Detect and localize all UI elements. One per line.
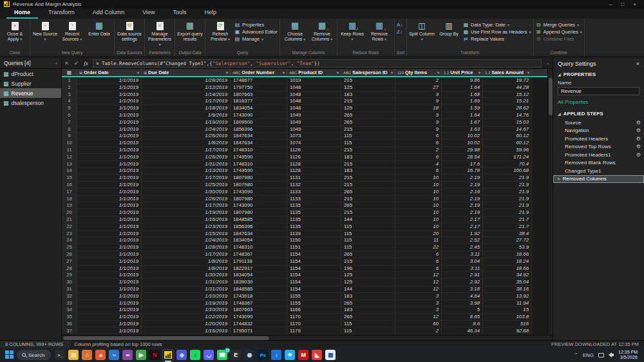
- cell[interactable]: 265: [341, 251, 395, 258]
- cell[interactable]: 1/1/2019: [77, 286, 142, 293]
- taskbar-icon-download-manager[interactable]: ↓: [271, 350, 281, 360]
- cell[interactable]: 1/1/2019: [77, 272, 142, 279]
- cell[interactable]: 1/17/2019: [142, 202, 231, 209]
- cell[interactable]: 70.4: [483, 161, 532, 168]
- cell[interactable]: 1179: [287, 328, 341, 335]
- cell[interactable]: 92.68: [483, 328, 532, 335]
- menu-tab-help[interactable]: Help: [197, 8, 225, 19]
- cell[interactable]: 1/10/2019: [142, 307, 231, 314]
- cell[interactable]: 1/1/2019: [77, 328, 142, 335]
- cell[interactable]: 265: [341, 189, 395, 196]
- cell[interactable]: 1/9/2019: [142, 112, 231, 119]
- cell[interactable]: 1847634: [231, 231, 287, 238]
- cell[interactable]: 1133: [287, 196, 341, 203]
- cell[interactable]: 1856396: [231, 224, 287, 231]
- cell[interactable]: 1748367: [231, 300, 287, 307]
- formula-cancel-button[interactable]: ×: [62, 60, 71, 66]
- cell[interactable]: 18: [395, 105, 442, 112]
- manage-button[interactable]: ▤Manage▾: [234, 36, 278, 43]
- group-by-button[interactable]: ▥Group By: [436, 20, 462, 37]
- cell[interactable]: 18.24: [483, 258, 532, 265]
- cell[interactable]: 1/19/2019: [142, 209, 231, 216]
- cell[interactable]: 1/1/2019: [77, 77, 142, 84]
- choose-columns-button[interactable]: ▦Choose Columns ▾: [282, 20, 308, 42]
- cell[interactable]: 6: [395, 133, 442, 140]
- cell[interactable]: 34.92: [483, 272, 532, 279]
- cell[interactable]: 265: [341, 119, 395, 126]
- taskbar-icon-photoshop[interactable]: Ps: [258, 350, 268, 360]
- cell[interactable]: 60.12: [483, 133, 532, 140]
- cell[interactable]: 1/1/2019: [77, 119, 142, 126]
- cell[interactable]: 1049: [287, 126, 341, 133]
- row-number[interactable]: 27: [62, 258, 77, 265]
- cell[interactable]: 100.68: [483, 167, 532, 175]
- menu-tab-view[interactable]: View: [135, 8, 162, 19]
- cell[interactable]: 2: [395, 147, 442, 154]
- filter-dropdown-icon[interactable]: ▾: [391, 70, 393, 75]
- cell[interactable]: 125: [341, 84, 395, 91]
- cell[interactable]: 1/1/2019: [77, 265, 142, 272]
- cell[interactable]: 115: [341, 224, 395, 231]
- cell[interactable]: 12: [395, 314, 442, 321]
- cell[interactable]: 59.96: [483, 147, 532, 154]
- cell[interactable]: 115: [341, 231, 395, 238]
- cell[interactable]: 215: [341, 175, 395, 182]
- cell[interactable]: 1170: [287, 314, 341, 321]
- cell[interactable]: 1/1/2019: [77, 231, 142, 238]
- cell[interactable]: 3.11: [442, 251, 483, 258]
- cell[interactable]: 183: [341, 307, 395, 314]
- use-first-row-as-headers-button[interactable]: ▦Use First Row as Headers▾: [463, 29, 531, 35]
- cell[interactable]: 21.9: [483, 209, 532, 216]
- cell[interactable]: 9.86: [442, 77, 483, 84]
- cell[interactable]: 21.7: [483, 224, 532, 231]
- cell[interactable]: 1797750: [231, 84, 287, 91]
- applied-step-promoted-headers[interactable]: Promoted Headers⚙: [553, 135, 644, 143]
- row-number[interactable]: 10: [62, 140, 77, 147]
- cell[interactable]: 4.64: [442, 293, 483, 300]
- split-column-button[interactable]: ◫Split Column ▾: [409, 20, 435, 42]
- column-header-order-date[interactable]: ⊞Order Date▾: [77, 69, 142, 76]
- taskbar-icon-visual-studio[interactable]: ∞: [122, 350, 133, 360]
- cell[interactable]: 1135: [287, 216, 341, 224]
- cell[interactable]: 1/1/2019: [77, 98, 142, 105]
- row-number[interactable]: 31: [62, 286, 77, 293]
- append-queries-button[interactable]: ⊞Append Queries▾: [536, 29, 582, 35]
- cell[interactable]: 1/14/2019: [142, 91, 231, 99]
- cell[interactable]: 29.98: [442, 147, 483, 154]
- cell[interactable]: 19.72: [483, 77, 532, 84]
- row-number[interactable]: 28: [62, 265, 77, 272]
- query-item-supplier[interactable]: ▦Supplier: [0, 79, 61, 88]
- cell[interactable]: 1/23/2019: [142, 224, 231, 231]
- cell[interactable]: 15.12: [483, 91, 532, 99]
- cell[interactable]: 2.19: [442, 209, 483, 216]
- row-number[interactable]: 17: [62, 189, 77, 196]
- cell[interactable]: 10: [395, 216, 442, 224]
- taskbar-icon-play-green-app[interactable]: ▶: [136, 350, 146, 360]
- cell[interactable]: 1/1/2019: [77, 251, 142, 258]
- cell[interactable]: 1/1/2019: [77, 167, 142, 175]
- filter-dropdown-icon[interactable]: ▾: [478, 70, 480, 75]
- cell[interactable]: 1795071: [231, 328, 287, 335]
- volume-icon[interactable]: [609, 352, 614, 357]
- row-number[interactable]: 30: [62, 279, 77, 286]
- taskbar-icon-telegram[interactable]: ✈: [285, 350, 295, 360]
- filter-dropdown-icon[interactable]: ▾: [527, 70, 529, 75]
- cell[interactable]: 1/1/2019: [77, 258, 142, 265]
- cell[interactable]: 115: [341, 328, 395, 335]
- cell[interactable]: 1/1/2019: [77, 321, 142, 328]
- cell[interactable]: 20: [395, 231, 442, 238]
- column-header-due-date[interactable]: ⊞Due Date▾: [142, 69, 231, 76]
- display-icon[interactable]: [598, 353, 604, 357]
- cell[interactable]: 10: [395, 175, 442, 182]
- cell[interactable]: 2.19: [442, 182, 483, 189]
- applied-steps-section-header[interactable]: ◢ APPLIED STEPS: [553, 108, 644, 118]
- cell[interactable]: 21.9: [483, 175, 532, 182]
- cell[interactable]: 21.9: [483, 189, 532, 196]
- cell[interactable]: 1822917: [231, 265, 287, 272]
- cell[interactable]: 1154: [287, 279, 341, 286]
- cell[interactable]: 171.24: [483, 154, 532, 161]
- cell[interactable]: 1048: [287, 98, 341, 105]
- cell[interactable]: 1848585: [231, 216, 287, 224]
- cell[interactable]: 6: [395, 167, 442, 175]
- cell[interactable]: 1132: [287, 182, 341, 189]
